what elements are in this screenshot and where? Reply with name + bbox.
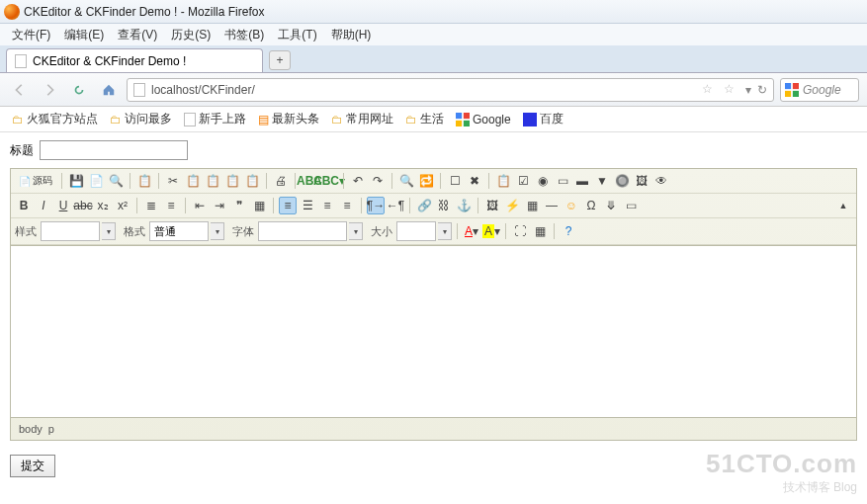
search-box[interactable]: Google	[780, 78, 859, 102]
scayt-icon[interactable]: ABC▾	[320, 172, 338, 190]
menu-tools[interactable]: 工具(T)	[272, 25, 322, 45]
bookmark-item[interactable]: ▤最新头条	[254, 109, 323, 129]
textarea-icon[interactable]: ▬	[573, 172, 591, 190]
flash-icon[interactable]: ⚡	[503, 197, 521, 214]
bg-color-icon[interactable]: A▾	[482, 222, 500, 240]
subscript-icon[interactable]: x₂	[94, 197, 112, 214]
url-bar[interactable]: localhost/CKFinder/ ☆ ☆ ▾ ↻	[127, 78, 774, 102]
checkbox-icon[interactable]: ☑	[514, 172, 532, 190]
bookmark-star-icon[interactable]: ☆	[724, 82, 739, 98]
paste-word-icon[interactable]: 📋	[243, 172, 261, 190]
numbered-list-icon[interactable]: ≣	[142, 197, 160, 214]
table-icon[interactable]: ▦	[523, 197, 541, 214]
home-button[interactable]	[97, 78, 121, 102]
show-blocks-icon[interactable]: ▦	[531, 222, 549, 240]
bookmark-item[interactable]: 百度	[519, 109, 567, 129]
path-p[interactable]: p	[48, 423, 54, 435]
bookmark-item[interactable]: 新手上路	[180, 109, 250, 129]
menu-history[interactable]: 历史(S)	[165, 25, 217, 45]
underline-icon[interactable]: U	[54, 197, 72, 214]
title-input[interactable]	[40, 140, 188, 160]
strike-icon[interactable]: abc	[74, 197, 92, 214]
feed-icon[interactable]: ☆	[702, 82, 718, 98]
copy-icon[interactable]: 📋	[184, 172, 202, 190]
indent-icon[interactable]: ⇥	[211, 197, 228, 214]
special-char-icon[interactable]: Ω	[582, 197, 600, 214]
iframe-icon[interactable]: ▭	[622, 197, 640, 214]
imagebutton-icon[interactable]: 🖼	[633, 172, 650, 190]
maximize-icon[interactable]: ⛶	[511, 222, 529, 240]
align-right-icon[interactable]: ≡	[318, 197, 336, 214]
smiley-icon[interactable]: ☺	[563, 197, 580, 214]
bookmark-item[interactable]: 🗀生活	[401, 109, 448, 129]
path-body[interactable]: body	[19, 423, 43, 435]
style-combo[interactable]	[41, 221, 100, 241]
bulleted-list-icon[interactable]: ≡	[162, 197, 180, 214]
back-button[interactable]	[8, 78, 32, 102]
hidden-icon[interactable]: 👁	[652, 172, 670, 190]
align-center-icon[interactable]: ☰	[299, 197, 316, 214]
align-justify-icon[interactable]: ≡	[338, 197, 356, 214]
menu-file[interactable]: 文件(F)	[6, 25, 56, 45]
ck-textarea[interactable]	[11, 246, 856, 417]
forward-button[interactable]	[38, 78, 61, 102]
new-tab-button[interactable]: +	[269, 50, 291, 70]
pagebreak-icon[interactable]: ⤋	[602, 197, 620, 214]
collapse-icon[interactable]: ▲	[834, 197, 852, 214]
ltr-icon[interactable]: ¶→	[367, 197, 385, 214]
find-icon[interactable]: 🔍	[397, 172, 415, 190]
go-reload-icon[interactable]: ↻	[757, 83, 767, 97]
bookmark-item[interactable]: Google	[452, 111, 515, 128]
bookmark-item[interactable]: 🗀常用网址	[327, 109, 397, 129]
undo-icon[interactable]: ↶	[349, 172, 367, 190]
about-icon[interactable]: ?	[560, 222, 577, 240]
link-icon[interactable]: 🔗	[415, 197, 433, 214]
size-combo[interactable]	[396, 221, 436, 241]
bookmark-item[interactable]: 🗀火狐官方站点	[8, 109, 102, 129]
outdent-icon[interactable]: ⇤	[191, 197, 209, 214]
superscript-icon[interactable]: x²	[114, 197, 131, 214]
menu-edit[interactable]: 编辑(E)	[58, 25, 110, 45]
new-page-icon[interactable]: 📄	[87, 172, 105, 190]
cut-icon[interactable]: ✂	[164, 172, 182, 190]
unlink-icon[interactable]: ⛓	[435, 197, 453, 214]
remove-format-icon[interactable]: ✖	[466, 172, 483, 190]
save-icon[interactable]: 💾	[67, 172, 85, 190]
div-icon[interactable]: ▦	[250, 197, 268, 214]
format-combo[interactable]: 普通	[149, 221, 209, 241]
anchor-icon[interactable]: ⚓	[455, 197, 473, 214]
ck-editing-area[interactable]	[11, 245, 856, 418]
templates-icon[interactable]: 📋	[135, 172, 153, 190]
submit-button[interactable]: 提交	[10, 455, 55, 477]
select-icon[interactable]: ▼	[593, 172, 611, 190]
blockquote-icon[interactable]: ❞	[230, 197, 248, 214]
menu-bookmarks[interactable]: 书签(B)	[218, 25, 270, 45]
form-icon[interactable]: 📋	[494, 172, 512, 190]
rtl-icon[interactable]: ←¶	[387, 197, 404, 214]
italic-icon[interactable]: I	[35, 197, 52, 214]
select-all-icon[interactable]: ☐	[446, 172, 464, 190]
browser-tab[interactable]: CKEditor & CKFinder Demo !	[6, 48, 263, 72]
image-icon[interactable]: 🖼	[483, 197, 501, 214]
bookmark-item[interactable]: 🗀访问最多	[106, 109, 176, 129]
source-button[interactable]: 📄源码	[15, 172, 56, 190]
menu-view[interactable]: 查看(V)	[112, 25, 163, 45]
format-dropdown-icon[interactable]: ▾	[211, 222, 224, 240]
font-combo[interactable]	[258, 221, 347, 241]
print-icon[interactable]: 🖨	[272, 172, 290, 190]
button-icon[interactable]: 🔘	[613, 172, 631, 190]
radio-icon[interactable]: ◉	[534, 172, 552, 190]
hr-icon[interactable]: —	[543, 197, 561, 214]
bold-icon[interactable]: B	[15, 197, 33, 214]
style-dropdown-icon[interactable]: ▾	[102, 222, 116, 240]
paste-icon[interactable]: 📋	[204, 172, 221, 190]
replace-icon[interactable]: 🔁	[417, 172, 435, 190]
textfield-icon[interactable]: ▭	[554, 172, 571, 190]
paste-text-icon[interactable]: 📋	[223, 172, 241, 190]
menu-help[interactable]: 帮助(H)	[325, 25, 378, 45]
font-dropdown-icon[interactable]: ▾	[349, 222, 363, 240]
url-dropdown-icon[interactable]: ▾	[745, 83, 751, 97]
redo-icon[interactable]: ↷	[369, 172, 387, 190]
size-dropdown-icon[interactable]: ▾	[438, 222, 452, 240]
text-color-icon[interactable]: A▾	[463, 222, 480, 240]
